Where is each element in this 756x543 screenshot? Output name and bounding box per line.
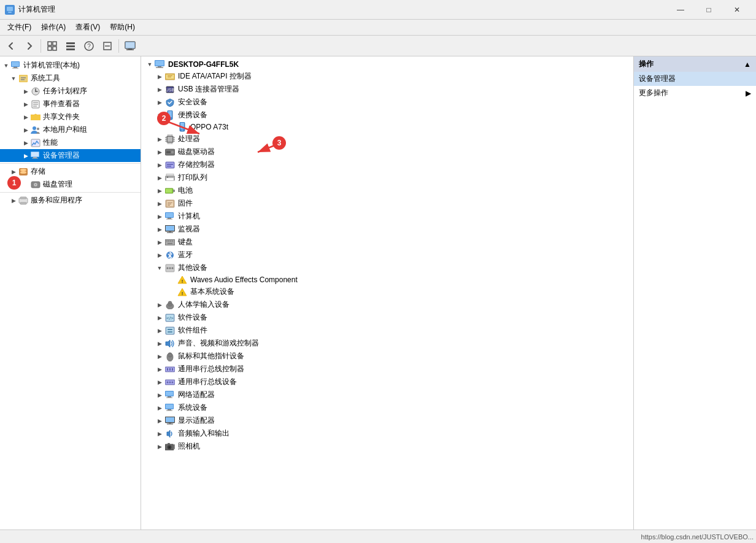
other-icon [164, 264, 176, 272]
device-bluetooth[interactable]: ▶ 蓝牙 [141, 248, 633, 261]
svg-rect-141 [169, 368, 171, 371]
device-sound[interactable]: ▶ 声音、视频和游戏控制器 [141, 337, 633, 350]
device-soft[interactable]: ▶ </> 软件设备 [141, 311, 633, 324]
device-camera[interactable]: ▶ 照相机 [141, 440, 633, 453]
tree-services[interactable]: ▶ 服务和应用程序 [0, 194, 141, 207]
menu-action[interactable]: 操作(A) [36, 21, 71, 34]
warning-waves-icon: ! [177, 275, 188, 284]
device-hid[interactable]: ▶ 人体学输入设备 [141, 298, 633, 311]
toolbar-grid[interactable] [44, 38, 61, 54]
device-keyboard[interactable]: ▶ 键盘 [141, 236, 633, 248]
toolbar-list[interactable] [62, 38, 79, 54]
device-oppo[interactable]: ▶ OPPO A73t [141, 121, 633, 133]
tree-device-manager[interactable]: ▶ 设备管理器 [0, 149, 141, 162]
device-security[interactable]: ▶ 安全设备 [141, 96, 633, 109]
menu-file[interactable]: 文件(F) [2, 21, 36, 34]
device-mgr-label: 设备管理器 [43, 150, 80, 161]
status-url: https://blog.csdn.net/JUSTLOVEBO... [641, 533, 754, 541]
svg-rect-96 [168, 202, 172, 203]
device-computer[interactable]: ▶ 计算机 [141, 210, 633, 223]
tree-task-scheduler[interactable]: ▶ 任务计划程序 [0, 85, 141, 98]
menu-help[interactable]: 帮助(H) [105, 21, 140, 34]
tree-performance[interactable]: ▶ 性能 [0, 136, 141, 149]
device-print[interactable]: ▶ 打印队列 [141, 171, 633, 184]
divider2 [0, 192, 141, 193]
svg-rect-23 [20, 75, 27, 82]
audio-label: 音频输入和输出 [178, 428, 230, 439]
tree-local-users[interactable]: ▶ 本地用户和组 [0, 123, 141, 136]
services-icon [18, 196, 28, 206]
tree-system-tools[interactable]: ▼ 系统工具 [0, 72, 141, 85]
device-disk[interactable]: ▶ 磁盘驱动器 [141, 145, 633, 158]
expand-icon: ▶ [156, 239, 163, 246]
action-device-manager[interactable]: 设备管理器 [634, 72, 756, 86]
expand-icon: ▶ [156, 200, 163, 207]
expand-icon: ▼ [146, 61, 153, 68]
svg-point-163 [169, 446, 171, 448]
device-mgr-icon [31, 151, 40, 161]
monitor-label: 监视器 [178, 224, 200, 234]
device-network[interactable]: ▶ 网络适配器 [141, 388, 633, 401]
action-more-arrow: ▶ [746, 89, 751, 98]
device-mouse[interactable]: ▶ 鼠标和其他指针设备 [141, 350, 633, 363]
expand-icon: ▶ [22, 101, 29, 108]
device-monitor[interactable]: ▶ 监视器 [141, 223, 633, 236]
toolbar-forward[interactable] [21, 38, 38, 54]
expand-icon: ▶ [156, 148, 163, 156]
software-dev-icon: </> [164, 314, 176, 322]
tree-shared-folders[interactable]: ▶ 共享文件夹 [0, 110, 141, 123]
device-processor[interactable]: ▶ [141, 133, 633, 145]
maximize-button[interactable]: □ [695, 0, 723, 20]
annotation-3: 3 [272, 136, 286, 150]
serial-ctrl-icon [164, 365, 176, 374]
expand-icon: ▶ [156, 226, 163, 233]
close-button[interactable]: ✕ [723, 0, 751, 20]
security-icon [164, 98, 176, 107]
device-root[interactable]: ▼ DESKTOP-G4FFL5K [141, 59, 633, 70]
expand-icon: ▶ [156, 366, 163, 373]
device-display[interactable]: ▶ 显示适配器 [141, 414, 633, 427]
battery-label: 电池 [178, 185, 193, 196]
toolbar-back[interactable] [2, 38, 20, 54]
svg-rect-164 [168, 443, 170, 444]
svg-rect-113 [168, 243, 172, 244]
tree-event-viewer[interactable]: ▶ 事件查看器 [0, 98, 141, 110]
device-storage-ctrl[interactable]: ▶ 存储控制器 [141, 158, 633, 171]
action-more[interactable]: 更多操作 ▶ [634, 86, 756, 100]
printer-icon [164, 174, 176, 182]
svg-rect-93 [166, 189, 172, 193]
folder-icon [31, 112, 40, 122]
users-label: 本地用户和组 [43, 125, 87, 135]
device-system[interactable]: ▶ 系统设备 [141, 401, 633, 414]
device-usb[interactable]: ▶ USB USB 连接器管理器 [141, 83, 633, 96]
device-serial-ctrl[interactable]: ▶ 通用串行总线控制器 [141, 363, 633, 375]
device-audio[interactable]: ▶ 音频输入和输出 [141, 427, 633, 440]
svg-rect-100 [166, 213, 173, 217]
toolbar-monitor[interactable] [122, 38, 139, 54]
device-ide[interactable]: ▶ IDE ATA/ATAPI 控制器 [141, 70, 633, 83]
window-controls: — □ ✕ [666, 0, 751, 20]
device-waves[interactable]: ▶ ! Waves Audio Effects Component [141, 274, 633, 285]
tree-root[interactable]: ▼ 计算机管理(本地) [0, 59, 141, 72]
toolbar-minus[interactable] [99, 38, 116, 54]
expand-icon: ▶ [22, 88, 29, 95]
device-serial-dev[interactable]: ▶ 通用串行总线设备 [141, 375, 633, 388]
device-firmware[interactable]: ▶ 固件 [141, 197, 633, 210]
svg-rect-2 [8, 12, 12, 13]
services-label: 服务和应用程序 [31, 195, 82, 206]
expand-icon: ▶ [156, 99, 163, 106]
svg-rect-4 [53, 42, 56, 45]
device-other[interactable]: ▼ 其他设备 [141, 261, 633, 274]
menu-view[interactable]: 查看(V) [71, 21, 105, 34]
device-portable[interactable]: ▼ 便携设备 [141, 109, 633, 121]
device-basic-sys[interactable]: ▶ ! 基本系统设备 [141, 285, 633, 298]
tree-storage[interactable]: ▶ 存储 [0, 165, 141, 178]
firmware-icon [164, 199, 176, 208]
main-layout: ▼ 计算机管理(本地) ▼ [0, 56, 756, 530]
svg-rect-8 [66, 45, 75, 47]
toolbar-help[interactable]: ? [80, 38, 98, 54]
device-soft-comp[interactable]: ▶ 软件组件 [141, 324, 633, 337]
tree-disk-management[interactable]: ▶ 磁盘管理 [0, 178, 141, 191]
minimize-button[interactable]: — [666, 0, 695, 20]
device-battery[interactable]: ▶ 电池 [141, 184, 633, 197]
